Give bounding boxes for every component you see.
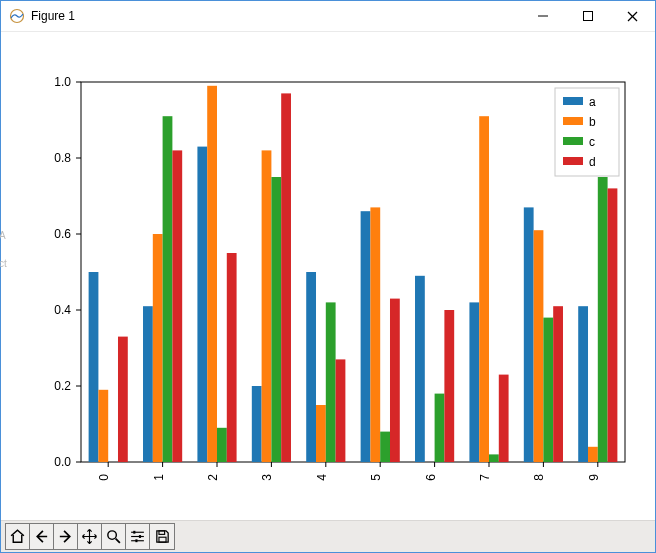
x-tick-label: 4 bbox=[315, 473, 329, 480]
bar bbox=[578, 306, 588, 462]
bar bbox=[598, 177, 608, 462]
legend-label: a bbox=[589, 95, 596, 109]
bar bbox=[415, 275, 425, 461]
svg-rect-34 bbox=[158, 531, 164, 535]
svg-rect-31 bbox=[133, 531, 135, 534]
bar bbox=[380, 431, 390, 461]
x-tick-label: 3 bbox=[260, 473, 274, 480]
bar bbox=[89, 272, 99, 462]
bar bbox=[316, 405, 326, 462]
legend-label: d bbox=[589, 155, 596, 169]
x-tick-label: 8 bbox=[532, 473, 546, 480]
bar bbox=[469, 302, 479, 462]
forward-button[interactable] bbox=[54, 524, 78, 549]
bar bbox=[271, 177, 281, 462]
bar bbox=[163, 116, 173, 462]
bar bbox=[444, 310, 454, 462]
bar bbox=[390, 298, 400, 461]
chart: 0.00.20.40.60.81.00123456789abcd bbox=[1, 32, 655, 520]
bar bbox=[262, 150, 272, 462]
bar bbox=[217, 427, 227, 461]
bar bbox=[489, 454, 499, 462]
svg-point-26 bbox=[108, 531, 117, 540]
svg-rect-25 bbox=[563, 157, 583, 165]
x-tick-label: 2 bbox=[206, 473, 220, 480]
svg-rect-33 bbox=[135, 539, 137, 542]
x-tick-label: 0 bbox=[97, 473, 111, 480]
bar bbox=[227, 253, 237, 462]
figure-canvas[interactable]: A ct 0.00.20.40.60.81.00123456789abcd bbox=[1, 32, 655, 520]
bar bbox=[608, 188, 618, 462]
window-buttons bbox=[520, 1, 655, 31]
bar bbox=[534, 230, 544, 462]
toolbar bbox=[1, 520, 655, 552]
bar bbox=[207, 85, 217, 461]
y-tick-label: 0.8 bbox=[54, 151, 71, 165]
y-tick-label: 0.6 bbox=[54, 227, 71, 241]
close-button[interactable] bbox=[610, 1, 655, 31]
bar bbox=[336, 359, 346, 462]
back-button[interactable] bbox=[30, 524, 54, 549]
x-tick-label: 6 bbox=[424, 473, 438, 480]
y-tick-label: 0.4 bbox=[54, 303, 71, 317]
titlebar: Figure 1 bbox=[1, 1, 655, 32]
x-tick-label: 7 bbox=[478, 473, 492, 480]
bar bbox=[361, 211, 371, 462]
save-button[interactable] bbox=[150, 524, 174, 549]
bar bbox=[370, 207, 380, 462]
bar bbox=[172, 150, 182, 462]
legend-label: b bbox=[589, 115, 596, 129]
x-tick-label: 1 bbox=[152, 473, 166, 480]
configure-button[interactable] bbox=[126, 524, 150, 549]
home-button[interactable] bbox=[6, 524, 30, 549]
bar bbox=[326, 302, 336, 462]
app-window: Figure 1 A ct 0.00.20.40.60.81.001234567… bbox=[0, 0, 656, 553]
bar bbox=[553, 306, 563, 462]
y-tick-label: 0.2 bbox=[54, 379, 71, 393]
window-title: Figure 1 bbox=[31, 9, 75, 23]
legend-label: c bbox=[589, 135, 595, 149]
bar bbox=[524, 207, 534, 462]
svg-line-27 bbox=[116, 538, 120, 542]
bar bbox=[281, 93, 291, 462]
bar bbox=[153, 234, 163, 462]
background-artifact: A ct bbox=[0, 222, 7, 278]
bar bbox=[435, 393, 445, 461]
pan-button[interactable] bbox=[78, 524, 102, 549]
svg-rect-23 bbox=[563, 117, 583, 125]
svg-rect-32 bbox=[139, 535, 141, 538]
maximize-button[interactable] bbox=[565, 1, 610, 31]
bar bbox=[499, 374, 509, 461]
bar bbox=[588, 446, 598, 461]
svg-rect-2 bbox=[583, 12, 592, 21]
x-tick-label: 5 bbox=[369, 473, 383, 480]
bar bbox=[479, 116, 489, 462]
bar bbox=[252, 386, 262, 462]
bar bbox=[118, 336, 128, 461]
x-tick-label: 9 bbox=[587, 473, 601, 480]
bar bbox=[98, 389, 108, 461]
y-tick-label: 1.0 bbox=[54, 75, 71, 89]
svg-rect-35 bbox=[158, 537, 165, 542]
bar bbox=[306, 272, 316, 462]
bar bbox=[197, 146, 207, 461]
bar bbox=[143, 306, 153, 462]
app-icon bbox=[9, 8, 25, 24]
svg-rect-22 bbox=[563, 97, 583, 105]
toolbar-buttons bbox=[5, 523, 175, 550]
svg-rect-24 bbox=[563, 137, 583, 145]
bar bbox=[543, 317, 553, 461]
y-tick-label: 0.0 bbox=[54, 455, 71, 469]
zoom-button[interactable] bbox=[102, 524, 126, 549]
minimize-button[interactable] bbox=[520, 1, 565, 31]
